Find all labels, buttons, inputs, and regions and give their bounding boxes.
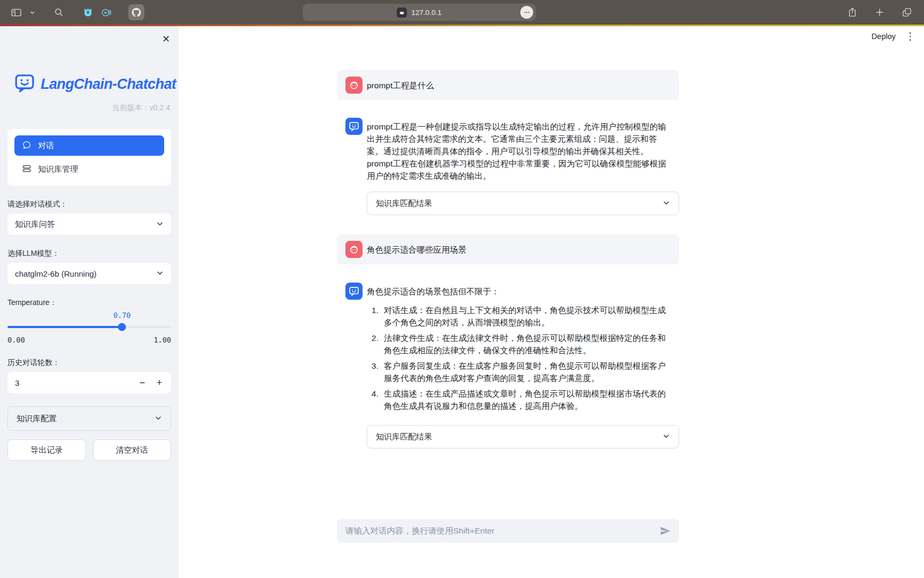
assistant-message: prompt工程是一种创建提示或指导以生成特定输出的过程，允许用户控制模型的输出… (337, 118, 679, 182)
message-text: 角色提示适合的场景包括但不限于： (367, 283, 671, 298)
tab-overview-icon[interactable] (899, 5, 914, 20)
version-text: 当前版本：v0.2.4 (7, 103, 171, 113)
url-text: 127.0.0.1 (411, 9, 441, 17)
kb-config-expander[interactable]: 知识库配置 (7, 406, 171, 431)
chatchat-logo-icon (14, 72, 35, 96)
decrement-icon[interactable]: − (134, 377, 151, 389)
streamlit-decoration-bar (0, 25, 924, 26)
chevron-down-icon (663, 432, 670, 442)
chevron-down-icon (155, 414, 162, 423)
user-avatar-icon (345, 77, 363, 94)
logo: LangChain-Chatchat (7, 72, 171, 96)
nav-item-knowledge-base[interactable]: 知识库管理 (14, 159, 164, 179)
chevron-down-icon (156, 220, 164, 229)
chat-bubble-icon (22, 140, 32, 151)
main-area: Deploy ⋮ prompt工程是什么 prompt工程是一种创建提示或指导以… (179, 25, 924, 578)
dialog-mode-value: 知识库问答 (15, 219, 156, 230)
slider-min: 0.00 (7, 336, 25, 344)
nav-item-dialogue[interactable]: 对话 (14, 135, 164, 156)
page-settings-icon[interactable] (520, 6, 533, 19)
list-item: 对话生成：在自然且与上下文相关的对话中，角色提示技术可以帮助模型生成多个角色之间… (381, 304, 671, 329)
deploy-button[interactable]: Deploy (872, 32, 896, 41)
assistant-avatar-icon (345, 283, 363, 300)
temperature-slider: 0.70 (7, 311, 171, 334)
user-message: prompt工程是什么 (337, 70, 679, 100)
llm-model-label: 选择LLM模型： (7, 249, 171, 258)
address-bar[interactable]: 127.0.0.1 (303, 4, 536, 21)
chevron-down-icon[interactable] (27, 7, 37, 18)
main-menu-icon[interactable]: ⋮ (905, 31, 915, 41)
temperature-value: 0.70 (113, 311, 131, 320)
dialog-mode-select[interactable]: 知识库问答 (7, 214, 171, 235)
clear-chat-button[interactable]: 清空对话 (93, 439, 172, 461)
history-rounds-value: 3 (15, 378, 134, 387)
list-item: 生成描述：在生成产品描述或文章时，角色提示可以帮助模型根据市场代表的角色生成具有… (381, 387, 671, 412)
llm-model-select[interactable]: chatglm2-6b (Running) (7, 263, 171, 284)
chevron-down-icon (663, 199, 670, 208)
sidebar-close-icon[interactable]: ✕ (159, 31, 173, 47)
list-item: 客户服务回复生成：在生成客户服务回复时，角色提示可以帮助模型根据客户服务代表的角… (381, 360, 671, 384)
browser-toolbar: 127.0.0.1 (0, 0, 924, 25)
assistant-avatar-icon (345, 118, 363, 135)
app-window: ✕ LangChain-Chatchat 当前版本：v0.2.4 对话 知识库管… (0, 25, 924, 578)
sidebar-toggle-icon[interactable] (9, 5, 24, 20)
extension-shield-icon[interactable] (80, 5, 96, 20)
slider-fill (7, 326, 122, 328)
sidebar: ✕ LangChain-Chatchat 当前版本：v0.2.4 对话 知识库管… (0, 25, 179, 578)
kb-match-expander[interactable]: 知识库匹配结果 (367, 192, 679, 215)
new-tab-icon[interactable] (873, 5, 887, 19)
send-icon[interactable] (660, 526, 671, 536)
history-rounds-input[interactable]: 3 − + (7, 372, 171, 393)
share-icon[interactable] (845, 5, 860, 20)
search-icon[interactable] (51, 5, 66, 20)
slider-thumb[interactable] (118, 323, 126, 331)
github-tab-button[interactable] (128, 4, 144, 20)
site-favicon (397, 7, 407, 18)
github-icon (131, 7, 142, 18)
history-rounds-label: 历史对话轮数： (7, 358, 171, 368)
temperature-label: Temperature： (7, 298, 171, 308)
message-text: 角色提示适合哪些应用场景 (367, 241, 466, 256)
nav-item-label: 对话 (38, 141, 54, 151)
extension-circles-icon[interactable] (99, 5, 114, 20)
chevron-down-icon (156, 269, 164, 278)
scene-list: 对话生成：在自然且与上下文相关的对话中，角色提示技术可以帮助模型生成多个角色之间… (367, 304, 671, 412)
export-history-button[interactable]: 导出记录 (7, 439, 86, 461)
user-message: 角色提示适合哪些应用场景 (337, 234, 679, 264)
message-text: prompt工程是什么 (367, 77, 434, 92)
user-avatar-icon (345, 241, 363, 258)
kb-match-label: 知识库匹配结果 (376, 432, 663, 442)
chat-history: prompt工程是什么 prompt工程是一种创建提示或指导以生成特定输出的过程… (337, 25, 679, 448)
kb-match-label: 知识库匹配结果 (376, 199, 663, 209)
nav-menu: 对话 知识库管理 (7, 129, 171, 186)
app-title: LangChain-Chatchat (41, 76, 176, 93)
slider-track[interactable] (7, 326, 171, 328)
dialog-mode-label: 请选择对话模式： (7, 200, 171, 209)
assistant-message: 角色提示适合的场景包括但不限于： 对话生成：在自然且与上下文相关的对话中，角色提… (337, 283, 679, 415)
server-icon (22, 164, 32, 175)
list-item: 法律文件生成：在生成法律文件时，角色提示可以帮助模型根据特定的任务和角色生成相应… (381, 332, 671, 356)
chat-input[interactable] (345, 526, 654, 536)
slider-range-labels: 0.00 1.00 (7, 336, 171, 344)
slider-max: 1.00 (153, 336, 171, 344)
chat-input-container (337, 519, 679, 543)
kb-match-expander[interactable]: 知识库匹配结果 (367, 425, 679, 448)
message-text: prompt工程是一种创建提示或指导以生成特定输出的过程，允许用户控制模型的输出… (367, 118, 671, 182)
kb-config-label: 知识库配置 (17, 414, 155, 424)
nav-item-label: 知识库管理 (38, 164, 78, 174)
llm-model-value: chatglm2-6b (Running) (15, 269, 156, 278)
increment-icon[interactable]: + (151, 377, 168, 389)
